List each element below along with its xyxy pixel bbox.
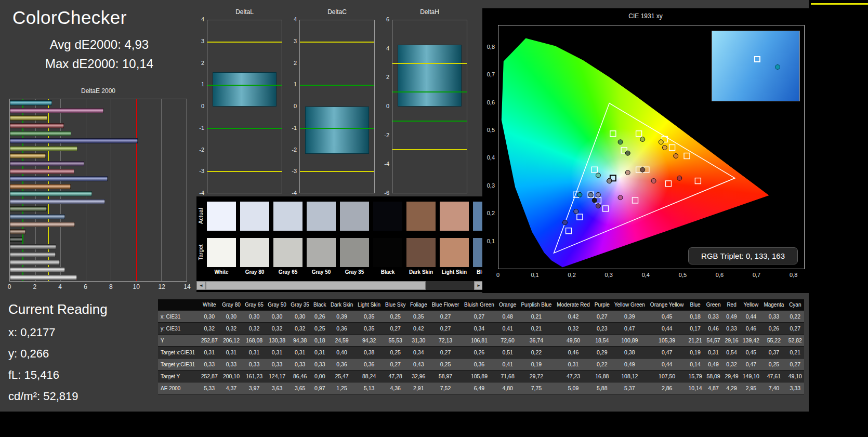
table-cell: 7,75 (519, 382, 555, 394)
column-header-white: White (199, 299, 220, 311)
fail-reference-line (136, 99, 137, 281)
actual-swatch-gray-35[interactable] (340, 202, 369, 231)
table-cell: 0,30 (199, 311, 220, 323)
table-cell: 0,31 (311, 347, 328, 359)
table-cell: 0,36 (328, 359, 355, 370)
target-swatch-white[interactable] (207, 238, 236, 267)
deltae-bar-yellow-green (10, 146, 77, 151)
max-de2000-readout: Max dE2000: 10,14 (5, 57, 193, 71)
table-cell: 0,31 (554, 359, 593, 370)
table-cell: 0,45 (741, 347, 761, 359)
table-cell: 252,87 (199, 370, 220, 382)
target-swatch-gray-35[interactable] (340, 238, 369, 267)
actual-swatch-gray-80[interactable] (240, 202, 269, 231)
y-tick-label: 6 (386, 16, 389, 22)
right-black-strip (809, 0, 868, 412)
table-cell: 0,32 (266, 323, 288, 335)
table-cell: 0,46 (704, 323, 723, 335)
swatch-label-light-skin: Light Skin (440, 269, 469, 275)
table-cell: 21,21 (686, 335, 704, 347)
deltae-bar-gray-80 (10, 267, 65, 272)
deltah-bar (398, 45, 462, 107)
table-cell: 3,65 (288, 382, 311, 394)
table-cell: 32,96 (408, 370, 429, 382)
table-cell: 0,30 (266, 311, 288, 323)
swatch-panel: Actual Target WhiteGray 80Gray 65Gray 50… (196, 196, 483, 292)
table-row-x-cie31: x: CIE310,300,300,300,300,300,260,390,35… (158, 311, 804, 323)
upper-warn-reference-line (392, 63, 467, 64)
deltah-plot (392, 20, 467, 193)
table-cell: 25,47 (328, 370, 355, 382)
swatch-scrollbar[interactable]: ◄ ► (196, 281, 483, 290)
cie-plot: RGB Triplet: 0, 133, 163 (498, 25, 805, 269)
table-cell: 0,47 (648, 347, 687, 359)
table-cell: 0,42 (554, 311, 593, 323)
target-row-label: Target (198, 238, 206, 267)
target-marker-blue (566, 228, 572, 234)
swatch-label-row: WhiteGray 80Gray 65Gray 50Gray 35BlackDa… (207, 269, 483, 275)
table-cell: 3,97 (243, 382, 266, 394)
deltae-bar-moderate-red (10, 169, 74, 174)
table-cell: 55,22 (761, 335, 786, 347)
deltae-bar-bluish-green (10, 191, 92, 196)
table-cell: 4,29 (722, 382, 740, 394)
gridline (111, 99, 111, 281)
deltae-bar-purplish-blue (10, 176, 108, 181)
deltah-y-axis: 6420-2-4-6 (378, 20, 391, 193)
table-cell: 0,00 (311, 370, 328, 382)
actual-swatch-gray-65[interactable] (273, 202, 303, 231)
deltal-title: DeltaL (207, 8, 282, 18)
measured-point-gray-35 (607, 179, 612, 183)
column-header-orange-yellow: Orange Yellow (648, 299, 687, 311)
column-header-gray-65: Gray 65 (243, 299, 266, 311)
table-cell: 71,68 (497, 370, 519, 382)
x-tick-label: 8 (109, 283, 113, 290)
scrollbar-track[interactable] (206, 281, 474, 290)
deltae-bar-blue (10, 138, 138, 143)
table-cell: 168,08 (243, 335, 266, 347)
measured-point-moderate-red (651, 179, 656, 183)
target-swatch-black[interactable] (373, 238, 402, 267)
scrollbar-thumb[interactable] (206, 281, 426, 290)
measured-point-bluish-green (596, 173, 600, 178)
actual-swatch-black[interactable] (373, 202, 402, 231)
actual-swatch-blue-sky[interactable] (473, 202, 483, 231)
target-swatch-gray-80[interactable] (240, 238, 269, 267)
target-swatch-dark-skin[interactable] (406, 238, 436, 267)
target-marker-orange (684, 153, 690, 159)
x-tick-label: 0,1 (531, 272, 538, 278)
table-corner-cell (158, 299, 199, 311)
actual-swatch-gray-50[interactable] (307, 202, 336, 231)
column-header-blue-flower: Blue Flower (429, 299, 462, 311)
actual-swatch-white[interactable] (207, 202, 236, 231)
table-cell: 0,25 (429, 359, 462, 370)
actual-swatch-dark-skin[interactable] (406, 202, 436, 231)
table-cell: 0,38 (356, 347, 383, 359)
table-cell: 0,25 (761, 359, 786, 370)
table-cell: 0,27 (383, 323, 408, 335)
deltae-bar-blue-sky (10, 214, 65, 219)
lower-ok-reference-line (300, 128, 374, 129)
table-cell: 0,39 (328, 311, 355, 323)
table-row-y: Y252,87206,12168,08130,3894,380,1824,599… (158, 335, 804, 347)
actual-swatch-light-skin[interactable] (440, 202, 469, 231)
table-cell: 0,22 (519, 347, 555, 359)
target-swatch-gray-65[interactable] (273, 238, 303, 267)
table-cell: 2,95 (741, 382, 761, 394)
swatch-label-dark-skin: Dark Skin (406, 269, 436, 275)
measured-point-light-skin (625, 170, 630, 175)
x-tick-label: 0 (8, 283, 11, 290)
column-header-purple: Purple (593, 299, 612, 311)
table-cell: 0,18 (311, 335, 328, 347)
table-cell: 1,25 (328, 382, 355, 394)
column-header-dark-skin: Dark Skin (328, 299, 355, 311)
swatch-label-gray-50: Gray 50 (307, 269, 336, 275)
target-swatch-blue-sky[interactable] (473, 238, 483, 267)
actual-swatch-row (207, 202, 483, 231)
table-cell: 3,63 (266, 382, 288, 394)
target-swatch-light-skin[interactable] (440, 238, 469, 267)
scroll-left-button[interactable]: ◄ (196, 281, 206, 290)
target-swatch-gray-50[interactable] (307, 238, 336, 267)
deltal-y-axis: 43210-1-2-3-4 (193, 20, 206, 193)
deltah-chart: DeltaH 6420-2-4-6 (378, 8, 469, 206)
